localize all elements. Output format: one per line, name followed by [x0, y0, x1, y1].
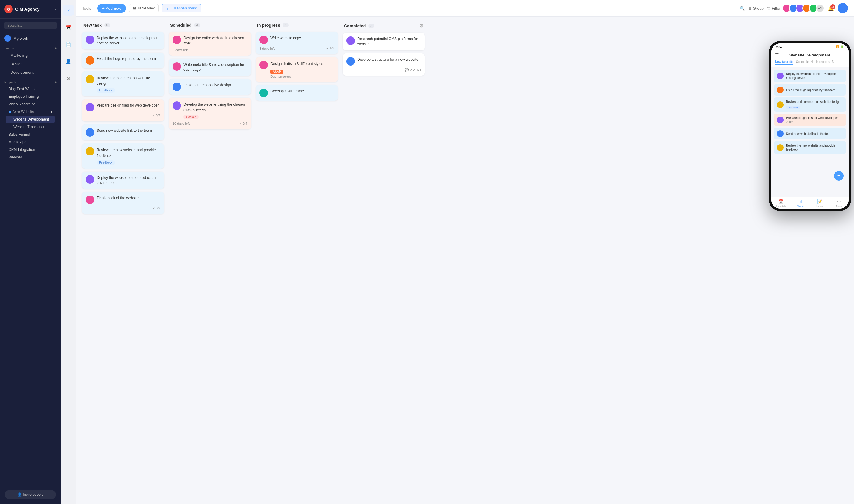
teams-label: Teams	[4, 47, 14, 50]
invite-people-button[interactable]: 👤 Invite people	[5, 490, 56, 499]
sidebar-item-mobile-app[interactable]: Mobile App	[6, 139, 55, 146]
column-in-progress: In progress 3 Write website copy 3 days …	[256, 23, 338, 101]
sidebar-item-video-recording[interactable]: Video Recording	[6, 101, 55, 108]
phone-card-send-link[interactable]: Send new website link to the team	[774, 128, 846, 139]
my-work-avatar	[4, 35, 11, 41]
card-title: Design the entire website in a chosen st…	[184, 36, 247, 46]
card-wireframe[interactable]: Develop a wireframe	[256, 85, 338, 101]
phone-tab-new-task[interactable]: New task 8	[775, 59, 793, 65]
card-footer: ✓ 0/7	[86, 206, 160, 211]
phone-tab-scheduled[interactable]: Scheduled 4	[796, 59, 813, 65]
column-new-task: New task 8 Deploy the website to the dev…	[82, 23, 164, 214]
document-icon[interactable]: 📄	[63, 39, 74, 50]
card-final-check[interactable]: Final check of the website ✓ 0/7	[82, 192, 164, 214]
add-team-btn[interactable]: +	[55, 47, 56, 50]
card-title: Develop a structure for a new website	[357, 57, 418, 62]
table-view-label: Table view	[138, 6, 155, 10]
sidebar-item-new-website[interactable]: New Website ▾	[6, 108, 55, 115]
person-icon[interactable]: 👤	[63, 56, 74, 67]
chevron-down-icon: ▾	[51, 110, 52, 113]
phone-more-icon[interactable]: ⋯	[841, 53, 845, 57]
phone-tab-in-progress[interactable]: In progress 3	[816, 59, 834, 65]
search-input[interactable]	[4, 21, 56, 30]
phone-nav-schedule[interactable]: 📅 Schedule	[771, 199, 791, 208]
phone-tabs: New task 8 Scheduled 4 In progress 3	[775, 59, 845, 65]
sidebar-item-development[interactable]: Development	[6, 68, 55, 76]
column-header-completed: Completed 3 ⚙	[343, 23, 425, 29]
phone-fab-button[interactable]: +	[834, 171, 844, 181]
tools-label: Tools	[82, 6, 91, 11]
phone-menu-icon[interactable]: ☰	[775, 53, 779, 57]
search-button[interactable]: 🔍	[740, 6, 745, 11]
card-review-design[interactable]: Review and comment on website design Fee…	[82, 71, 164, 96]
user-avatar[interactable]	[838, 3, 848, 13]
calendar-icon[interactable]: 📅	[63, 22, 74, 33]
phone-card-deploy-dev[interactable]: Deploy the website to the development ho…	[774, 70, 846, 82]
card-responsive-design[interactable]: Implement responsive design	[169, 79, 251, 95]
card-design-drafts[interactable]: Design drafts in 3 different styles ASAP…	[256, 57, 338, 82]
sidebar-item-webinar[interactable]: Webinar	[6, 154, 55, 161]
filter-button[interactable]: ▽ Filter	[767, 6, 781, 11]
teams-header: Teams +	[4, 47, 56, 50]
phone-card-title: Review and comment on website design	[786, 100, 840, 104]
phone-header-row: ☰ Website Development ⋯	[775, 53, 845, 57]
card-header: Design drafts in 3 different styles ASAP…	[259, 61, 334, 78]
card-develop-structure[interactable]: Develop a structure for a new website 💬 …	[343, 53, 425, 76]
card-prepare-design[interactable]: Prepare design files for web developer ✓…	[82, 99, 164, 122]
phone-nav-more[interactable]: ⋯ More	[830, 199, 849, 208]
table-view-button[interactable]: ⊞ Table view	[129, 4, 159, 13]
column-settings-icon[interactable]: ⚙	[419, 23, 423, 29]
card-content: Review the new website and provide feedb…	[97, 147, 160, 165]
settings-icon[interactable]: ⚙	[63, 73, 74, 84]
phone-nav-notes[interactable]: 📝 Notes	[810, 199, 830, 208]
card-title: Review the new website and provide feedb…	[97, 148, 156, 158]
card-design-website[interactable]: Design the entire website in a chosen st…	[169, 32, 251, 56]
sidebar-item-label: New Website	[13, 110, 34, 114]
sidebar-item-sales-funnel[interactable]: Sales Funnel	[6, 131, 55, 138]
card-send-link[interactable]: Send new website link to the team	[82, 125, 164, 140]
phone-card-review-feedback[interactable]: Review the new website and provide feedb…	[774, 141, 846, 154]
card-deploy-production[interactable]: Deploy the website to the production env…	[82, 172, 164, 189]
card-footer: ✓ 0/2	[86, 114, 160, 118]
phone-header: ☰ Website Development ⋯ New task 8 Sched…	[771, 50, 849, 67]
avatar-count: +3	[816, 4, 824, 13]
sidebar-item-label: Employee Training	[8, 94, 39, 99]
column-header-new-task: New task 8	[82, 23, 164, 28]
add-new-button[interactable]: + Add new	[97, 4, 126, 13]
filter-label: Filter	[772, 6, 781, 11]
company-logo[interactable]: G GIM Agency ▾	[0, 0, 61, 19]
sidebar-item-marketing[interactable]: Marketing	[6, 51, 55, 59]
card-avatar	[259, 61, 268, 69]
column-header-scheduled: Scheduled 4	[169, 23, 251, 28]
notification-button[interactable]: 🔔 13	[828, 5, 834, 11]
sidebar-item-website-development[interactable]: Website Development	[6, 116, 55, 123]
add-project-btn[interactable]: +	[55, 80, 56, 84]
card-content: Review and comment on website design Fee…	[97, 75, 160, 93]
card-write-copy[interactable]: Write website copy 3 days left ✓ 1/3	[256, 32, 338, 54]
phone-nav-tasks[interactable]: ☑ Tasks	[791, 199, 810, 208]
sidebar-item-website-translation[interactable]: Website Translation	[6, 123, 55, 130]
card-title: Write website copy	[271, 36, 301, 41]
sidebar-item-employee-training[interactable]: Employee Training	[6, 93, 55, 100]
card-research-cms[interactable]: Research potential CMS platforms for web…	[343, 33, 425, 50]
card-develop-cms[interactable]: Develop the website using the chosen CMS…	[169, 98, 251, 129]
phone-card-fix-bugs[interactable]: Fix all the bugs reported by the team	[774, 84, 846, 96]
card-deploy-dev[interactable]: Deploy the website to the development ho…	[82, 32, 164, 50]
sidebar-item-design[interactable]: Design	[6, 60, 55, 68]
card-meta-title[interactable]: Write meta title & meta description for …	[169, 59, 251, 76]
phone-card-review-design[interactable]: Review and comment on website design Fee…	[774, 97, 846, 112]
sidebar-item-crm[interactable]: CRM Integration	[6, 146, 55, 153]
tasks-icon[interactable]: ☑	[63, 5, 74, 16]
my-work-item[interactable]: My work	[0, 33, 61, 44]
card-title: Design drafts in 3 different styles	[271, 61, 323, 66]
card-fix-bugs[interactable]: Fix all the bugs reported by the team	[82, 53, 164, 68]
sidebar-item-blog-post[interactable]: Blog Post Writing	[6, 85, 55, 93]
card-header: Design the entire website in a chosen st…	[173, 36, 247, 46]
group-button[interactable]: ⊞ Group	[748, 6, 764, 11]
card-review-provide-feedback[interactable]: Review the new website and provide feedb…	[82, 143, 164, 168]
phone-card-prepare-design[interactable]: Prepare design files for web developer ✓…	[774, 113, 846, 126]
sidebar-item-label: Development	[10, 70, 34, 75]
kanban-board-button[interactable]: ⋮⋮ Kanban board	[162, 4, 201, 13]
phone-card-avatar	[777, 130, 784, 137]
column-count: 4	[194, 23, 200, 27]
